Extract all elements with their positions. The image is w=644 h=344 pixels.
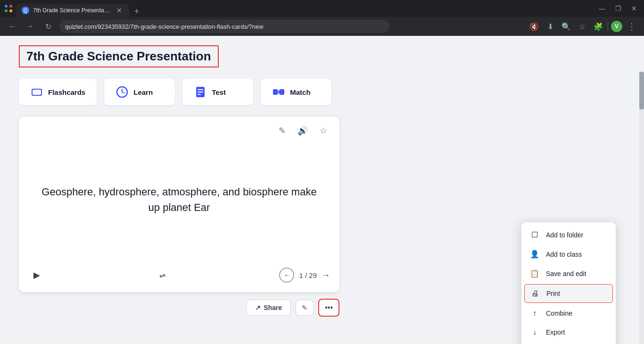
menu-item-save-edit[interactable]: 📋 Save and edit bbox=[521, 264, 616, 283]
page-content: 7th Grade Science Presentation Flashcard… bbox=[0, 36, 644, 326]
menu-item-embed[interactable]: <> Embed bbox=[521, 342, 616, 344]
search-icon[interactable]: 🔍 bbox=[560, 20, 573, 33]
combine-icon: ↑ bbox=[530, 309, 539, 318]
svg-rect-5 bbox=[33, 90, 41, 95]
page-title-box: 7th Grade Science Presentation bbox=[19, 45, 219, 67]
new-tab-button[interactable]: + bbox=[131, 6, 142, 17]
address-text: quizlet.com/923435932/7th-grade-science-… bbox=[65, 23, 264, 30]
play-button[interactable]: ▶ bbox=[28, 267, 45, 284]
flashcard-toolbar: ✎ 🔊 ☆ bbox=[19, 117, 339, 138]
edit-set-button[interactable]: ✎ bbox=[296, 300, 314, 316]
menu-item-combine[interactable]: ↑ Combine bbox=[521, 304, 616, 323]
folder-icon: ☐ bbox=[530, 230, 539, 239]
learn-label: Learn bbox=[133, 88, 153, 96]
test-label: Test bbox=[212, 88, 226, 96]
tab-favicon: Q bbox=[22, 7, 29, 14]
maximize-button[interactable]: ❐ bbox=[612, 2, 624, 15]
address-input[interactable]: quizlet.com/923435932/7th-grade-science-… bbox=[59, 20, 389, 33]
menu-item-add-class[interactable]: 👤 Add to class bbox=[521, 244, 616, 264]
card-counter-wrap: ← 1 / 29 → bbox=[279, 268, 330, 283]
print-label: Print bbox=[546, 290, 560, 297]
test-icon bbox=[194, 85, 207, 99]
page-title: 7th Grade Science Presentation bbox=[26, 49, 211, 63]
close-window-button[interactable]: ✕ bbox=[628, 2, 640, 15]
toolbar-icons: 🔇 ⬇ 🔍 ☆ 🧩 V ⋮ bbox=[528, 20, 638, 33]
save-edit-icon: 📋 bbox=[530, 269, 539, 278]
print-icon: 🖨 bbox=[530, 289, 540, 298]
menu-icon[interactable]: ⋮ bbox=[625, 20, 638, 33]
audio-button[interactable]: 🔊 bbox=[295, 123, 310, 138]
bookmark-icon[interactable]: ☆ bbox=[576, 20, 589, 33]
flashcards-icon bbox=[30, 85, 43, 99]
study-modes-bar: Flashcards Learn Test bbox=[19, 79, 625, 105]
address-bar: ← → ↻ quizlet.com/923435932/7th-grade-sc… bbox=[0, 17, 644, 36]
learn-icon bbox=[116, 85, 129, 99]
star-button[interactable]: ☆ bbox=[316, 123, 331, 138]
prev-card-button[interactable]: ← bbox=[279, 268, 294, 283]
flashcard-content[interactable]: Geosphere, hydrosphere, atmosphere, and … bbox=[19, 138, 339, 261]
class-icon: 👤 bbox=[530, 250, 539, 259]
match-icon bbox=[272, 85, 285, 99]
back-button[interactable]: ← bbox=[6, 20, 19, 33]
menu-item-add-folder[interactable]: ☐ Add to folder bbox=[521, 225, 616, 244]
active-tab[interactable]: Q 7th Grade Science Presentation... ✕ bbox=[16, 4, 129, 17]
next-card-button[interactable]: → bbox=[322, 270, 330, 280]
svg-point-3 bbox=[9, 9, 12, 12]
flashcard-container: ✎ 🔊 ☆ Geosphere, hydrosphere, atmosphere… bbox=[19, 117, 339, 292]
menu-item-export[interactable]: ↓ Export bbox=[521, 323, 616, 342]
tab-close-icon[interactable]: ✕ bbox=[115, 6, 124, 15]
share-icon: ↗ bbox=[255, 304, 261, 311]
edit-card-button[interactable]: ✎ bbox=[274, 123, 289, 138]
tab-bar: Q 7th Grade Science Presentation... ✕ + bbox=[16, 0, 593, 17]
tab-title: 7th Grade Science Presentation... bbox=[33, 7, 111, 14]
add-class-label: Add to class bbox=[546, 251, 582, 258]
flashcards-mode-card[interactable]: Flashcards bbox=[19, 79, 97, 105]
export-label: Export bbox=[546, 328, 565, 336]
menu-item-print[interactable]: 🖨 Print bbox=[524, 284, 613, 303]
flashcards-label: Flashcards bbox=[48, 88, 85, 96]
svg-point-2 bbox=[5, 9, 8, 12]
divider bbox=[608, 22, 608, 31]
add-folder-label: Add to folder bbox=[546, 231, 583, 239]
reload-button[interactable]: ↻ bbox=[41, 20, 55, 33]
browser-chrome: Q 7th Grade Science Presentation... ✕ + … bbox=[0, 0, 644, 17]
svg-point-1 bbox=[9, 5, 12, 8]
mute-icon[interactable]: 🔇 bbox=[528, 20, 541, 33]
svg-rect-11 bbox=[273, 89, 278, 95]
export-icon: ↓ bbox=[530, 328, 539, 336]
scrollbar[interactable] bbox=[639, 72, 644, 344]
scrollbar-thumb[interactable] bbox=[639, 72, 644, 109]
browser-controls bbox=[4, 4, 13, 13]
shuffle-button[interactable]: ⇌ bbox=[154, 267, 171, 284]
svg-point-0 bbox=[5, 5, 8, 8]
svg-rect-12 bbox=[280, 89, 284, 95]
extensions-icon[interactable]: 🧩 bbox=[592, 20, 605, 33]
download-icon[interactable]: ⬇ bbox=[544, 20, 557, 33]
match-label: Match bbox=[290, 88, 310, 96]
more-options-button[interactable]: ••• bbox=[318, 299, 339, 317]
combine-label: Combine bbox=[546, 310, 572, 317]
match-mode-card[interactable]: Match bbox=[261, 79, 331, 105]
minimize-button[interactable]: — bbox=[596, 2, 608, 15]
action-bar: ↗ Share ✎ ••• bbox=[19, 292, 339, 317]
window-controls: — ❐ ✕ bbox=[596, 2, 640, 15]
learn-mode-card[interactable]: Learn bbox=[104, 79, 175, 105]
dropdown-menu: ☐ Add to folder 👤 Add to class 📋 Save an… bbox=[521, 222, 616, 344]
flashcard-text: Geosphere, hydrosphere, atmosphere, and … bbox=[38, 184, 321, 215]
card-counter: 1 / 29 bbox=[299, 271, 317, 279]
share-button[interactable]: ↗ Share bbox=[246, 300, 291, 316]
google-dots-icon[interactable] bbox=[4, 4, 13, 13]
test-mode-card[interactable]: Test bbox=[182, 79, 253, 105]
flashcard-nav: ▶ ⇌ ← 1 / 29 → bbox=[19, 261, 339, 292]
forward-button[interactable]: → bbox=[24, 20, 37, 33]
save-edit-label: Save and edit bbox=[546, 270, 586, 277]
share-label: Share bbox=[264, 304, 282, 311]
profile-button[interactable]: V bbox=[611, 21, 622, 32]
